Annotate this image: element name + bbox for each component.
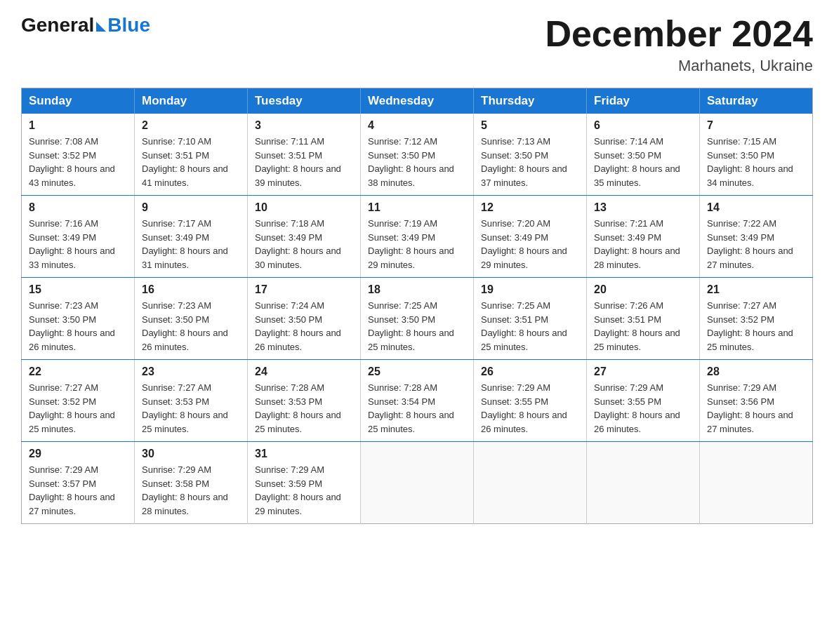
day-info: Sunrise: 7:28 AMSunset: 3:54 PMDaylight:… — [368, 381, 466, 436]
calendar-day-cell: 9Sunrise: 7:17 AMSunset: 3:49 PMDaylight… — [135, 196, 248, 278]
calendar-day-cell: 1Sunrise: 7:08 AMSunset: 3:52 PMDaylight… — [22, 114, 135, 196]
col-monday: Monday — [135, 88, 248, 114]
calendar-day-cell — [361, 442, 474, 524]
day-info: Sunrise: 7:27 AMSunset: 3:53 PMDaylight:… — [142, 381, 240, 436]
col-thursday: Thursday — [474, 88, 587, 114]
month-title: December 2024 — [545, 14, 813, 54]
calendar-day-cell: 4Sunrise: 7:12 AMSunset: 3:50 PMDaylight… — [361, 114, 474, 196]
day-info: Sunrise: 7:26 AMSunset: 3:51 PMDaylight:… — [594, 299, 692, 354]
calendar-week-row: 15Sunrise: 7:23 AMSunset: 3:50 PMDayligh… — [22, 278, 813, 360]
day-number: 2 — [142, 119, 240, 132]
calendar-day-cell: 3Sunrise: 7:11 AMSunset: 3:51 PMDaylight… — [248, 114, 361, 196]
day-number: 18 — [368, 283, 466, 296]
day-number: 22 — [29, 365, 127, 378]
day-number: 20 — [594, 283, 692, 296]
calendar-day-cell: 8Sunrise: 7:16 AMSunset: 3:49 PMDaylight… — [22, 196, 135, 278]
calendar-header-row: Sunday Monday Tuesday Wednesday Thursday… — [22, 88, 813, 114]
col-tuesday: Tuesday — [248, 88, 361, 114]
day-number: 13 — [594, 201, 692, 214]
calendar-day-cell: 14Sunrise: 7:22 AMSunset: 3:49 PMDayligh… — [700, 196, 813, 278]
day-number: 26 — [481, 365, 579, 378]
day-info: Sunrise: 7:27 AMSunset: 3:52 PMDaylight:… — [707, 299, 805, 354]
day-number: 15 — [29, 283, 127, 296]
calendar-day-cell: 17Sunrise: 7:24 AMSunset: 3:50 PMDayligh… — [248, 278, 361, 360]
calendar-day-cell: 20Sunrise: 7:26 AMSunset: 3:51 PMDayligh… — [587, 278, 700, 360]
day-number: 14 — [707, 201, 805, 214]
day-number: 4 — [368, 119, 466, 132]
day-number: 6 — [594, 119, 692, 132]
day-number: 7 — [707, 119, 805, 132]
col-wednesday: Wednesday — [361, 88, 474, 114]
calendar-day-cell: 25Sunrise: 7:28 AMSunset: 3:54 PMDayligh… — [361, 360, 474, 442]
day-info: Sunrise: 7:19 AMSunset: 3:49 PMDaylight:… — [368, 217, 466, 271]
calendar-day-cell: 10Sunrise: 7:18 AMSunset: 3:49 PMDayligh… — [248, 196, 361, 278]
calendar-day-cell: 12Sunrise: 7:20 AMSunset: 3:49 PMDayligh… — [474, 196, 587, 278]
logo-blue-text: Blue — [107, 14, 150, 36]
calendar-day-cell: 13Sunrise: 7:21 AMSunset: 3:49 PMDayligh… — [587, 196, 700, 278]
day-number: 11 — [368, 201, 466, 214]
calendar-day-cell: 23Sunrise: 7:27 AMSunset: 3:53 PMDayligh… — [135, 360, 248, 442]
day-info: Sunrise: 7:29 AMSunset: 3:58 PMDaylight:… — [142, 463, 240, 518]
calendar-day-cell: 22Sunrise: 7:27 AMSunset: 3:52 PMDayligh… — [22, 360, 135, 442]
calendar-week-row: 8Sunrise: 7:16 AMSunset: 3:49 PMDaylight… — [22, 196, 813, 278]
day-number: 24 — [255, 365, 353, 378]
col-saturday: Saturday — [700, 88, 813, 114]
day-info: Sunrise: 7:17 AMSunset: 3:49 PMDaylight:… — [142, 217, 240, 271]
logo-general-text: General — [21, 14, 94, 36]
day-number: 27 — [594, 365, 692, 378]
day-number: 16 — [142, 283, 240, 296]
col-friday: Friday — [587, 88, 700, 114]
logo: General Blue — [21, 14, 150, 36]
day-number: 28 — [707, 365, 805, 378]
day-number: 12 — [481, 201, 579, 214]
day-info: Sunrise: 7:15 AMSunset: 3:50 PMDaylight:… — [707, 135, 805, 189]
calendar-day-cell: 27Sunrise: 7:29 AMSunset: 3:55 PMDayligh… — [587, 360, 700, 442]
day-info: Sunrise: 7:29 AMSunset: 3:57 PMDaylight:… — [29, 463, 127, 518]
calendar-day-cell: 7Sunrise: 7:15 AMSunset: 3:50 PMDaylight… — [700, 114, 813, 196]
day-info: Sunrise: 7:16 AMSunset: 3:49 PMDaylight:… — [29, 217, 127, 271]
day-number: 21 — [707, 283, 805, 296]
day-info: Sunrise: 7:21 AMSunset: 3:49 PMDaylight:… — [594, 217, 692, 271]
day-number: 9 — [142, 201, 240, 214]
calendar-day-cell: 19Sunrise: 7:25 AMSunset: 3:51 PMDayligh… — [474, 278, 587, 360]
page-header: General Blue December 2024 Marhanets, Uk… — [21, 14, 813, 75]
calendar-day-cell: 30Sunrise: 7:29 AMSunset: 3:58 PMDayligh… — [135, 442, 248, 524]
day-number: 5 — [481, 119, 579, 132]
calendar-day-cell: 5Sunrise: 7:13 AMSunset: 3:50 PMDaylight… — [474, 114, 587, 196]
calendar-day-cell: 16Sunrise: 7:23 AMSunset: 3:50 PMDayligh… — [135, 278, 248, 360]
day-info: Sunrise: 7:23 AMSunset: 3:50 PMDaylight:… — [29, 299, 127, 354]
day-info: Sunrise: 7:24 AMSunset: 3:50 PMDaylight:… — [255, 299, 353, 354]
day-number: 29 — [29, 448, 127, 460]
day-number: 3 — [255, 119, 353, 132]
day-number: 25 — [368, 365, 466, 378]
title-block: December 2024 Marhanets, Ukraine — [545, 14, 813, 75]
day-number: 31 — [255, 448, 353, 460]
day-info: Sunrise: 7:13 AMSunset: 3:50 PMDaylight:… — [481, 135, 579, 189]
location: Marhanets, Ukraine — [545, 57, 813, 75]
calendar-day-cell — [700, 442, 813, 524]
day-number: 19 — [481, 283, 579, 296]
day-number: 30 — [142, 448, 240, 460]
day-info: Sunrise: 7:22 AMSunset: 3:49 PMDaylight:… — [707, 217, 805, 271]
day-info: Sunrise: 7:27 AMSunset: 3:52 PMDaylight:… — [29, 381, 127, 436]
day-number: 23 — [142, 365, 240, 378]
day-info: Sunrise: 7:14 AMSunset: 3:50 PMDaylight:… — [594, 135, 692, 189]
day-info: Sunrise: 7:29 AMSunset: 3:59 PMDaylight:… — [255, 463, 353, 518]
calendar-day-cell: 21Sunrise: 7:27 AMSunset: 3:52 PMDayligh… — [700, 278, 813, 360]
calendar-day-cell: 2Sunrise: 7:10 AMSunset: 3:51 PMDaylight… — [135, 114, 248, 196]
calendar-day-cell — [587, 442, 700, 524]
day-info: Sunrise: 7:29 AMSunset: 3:56 PMDaylight:… — [707, 381, 805, 436]
day-info: Sunrise: 7:12 AMSunset: 3:50 PMDaylight:… — [368, 135, 466, 189]
calendar-day-cell — [474, 442, 587, 524]
day-info: Sunrise: 7:10 AMSunset: 3:51 PMDaylight:… — [142, 135, 240, 189]
day-info: Sunrise: 7:08 AMSunset: 3:52 PMDaylight:… — [29, 135, 127, 189]
calendar-day-cell: 26Sunrise: 7:29 AMSunset: 3:55 PMDayligh… — [474, 360, 587, 442]
day-info: Sunrise: 7:25 AMSunset: 3:51 PMDaylight:… — [481, 299, 579, 354]
calendar-day-cell: 29Sunrise: 7:29 AMSunset: 3:57 PMDayligh… — [22, 442, 135, 524]
day-number: 8 — [29, 201, 127, 214]
day-info: Sunrise: 7:29 AMSunset: 3:55 PMDaylight:… — [594, 381, 692, 436]
calendar-week-row: 22Sunrise: 7:27 AMSunset: 3:52 PMDayligh… — [22, 360, 813, 442]
calendar-day-cell: 28Sunrise: 7:29 AMSunset: 3:56 PMDayligh… — [700, 360, 813, 442]
day-info: Sunrise: 7:23 AMSunset: 3:50 PMDaylight:… — [142, 299, 240, 354]
calendar-day-cell: 6Sunrise: 7:14 AMSunset: 3:50 PMDaylight… — [587, 114, 700, 196]
